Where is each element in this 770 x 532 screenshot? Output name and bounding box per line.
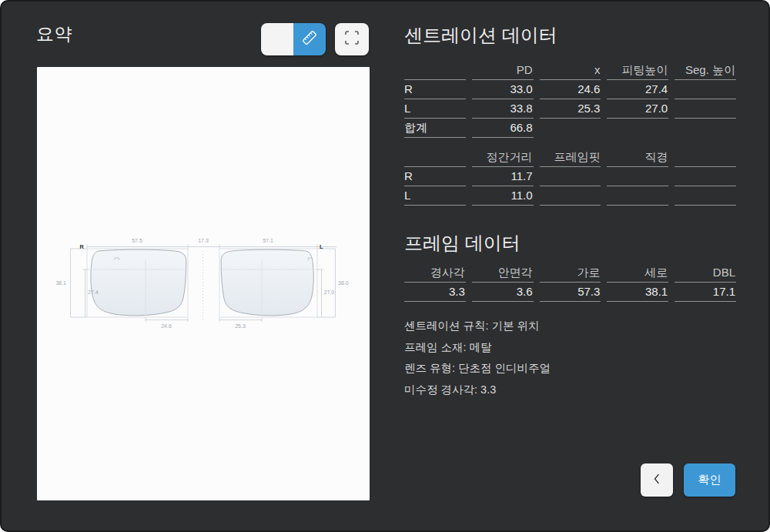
col-header-diameter: 직경 <box>607 150 668 167</box>
right-lens-label: R <box>80 243 85 250</box>
pd-r: 33.0 <box>472 80 534 99</box>
frame-fit-r <box>540 167 601 186</box>
col-header-x: x <box>540 63 601 80</box>
centration-table: PD x 피팅높이 Seg. 높이 R 33.0 24.6 27.4 L 33.… <box>404 63 736 138</box>
toggle-measure-view[interactable] <box>293 23 326 55</box>
col-header-dbl: DBL <box>675 266 736 283</box>
col-header-height: 세로 <box>607 266 668 283</box>
info-notes: 센트레이션 규칙: 기본 위치 프레임 소재: 메탈 렌즈 유형: 단초점 인디… <box>404 316 551 401</box>
fullscreen-button[interactable] <box>335 23 369 55</box>
ruler-icon <box>300 28 319 50</box>
left-lens-height-value: 38.0 <box>338 280 349 286</box>
toggle-plain-view[interactable] <box>261 23 293 55</box>
col-header <box>404 150 466 167</box>
chevron-left-icon <box>648 469 666 492</box>
pd-total: 66.8 <box>472 119 534 138</box>
col-header-seg-height: Seg. 높이 <box>675 63 736 80</box>
fitting-height-r: 27.4 <box>607 80 668 99</box>
vertex-distance-l: 11.0 <box>472 186 534 206</box>
col-header-frame-fit: 프레임핏 <box>540 150 601 167</box>
frame-width-value: 57.3 <box>540 283 601 302</box>
summary-dialog: 요약 <box>0 0 770 532</box>
vertex-distance-r: 11.7 <box>472 167 534 186</box>
distance-table: 정간거리 프레임핏 직경 R 11.7 L 11.0 <box>404 150 736 206</box>
page-title: 요약 <box>36 22 72 46</box>
left-lens-width-value: 57.1 <box>263 238 273 243</box>
seg-height-r <box>675 80 736 99</box>
right-lens-width-value: 57.5 <box>132 238 142 243</box>
x-l: 25.3 <box>540 99 601 119</box>
bridge-width-value: 17.3 <box>198 238 209 243</box>
row-label-total: 합계 <box>404 119 466 138</box>
diameter-l <box>607 186 668 206</box>
view-toggle[interactable] <box>261 23 326 55</box>
uncorrected-angle-note: 미수정 경사각: 3.3 <box>404 380 551 396</box>
row-label-r: R <box>404 167 466 186</box>
pd-l: 33.8 <box>472 99 534 119</box>
centration-rule-note: 센트레이션 규칙: 기본 위치 <box>404 316 551 333</box>
lens-preview-panel: R L 57.5 17.3 57.1 38.1 27.4 27.0 38.0 2… <box>37 67 370 500</box>
row-label-l: L <box>404 186 466 206</box>
left-fitting-height-value: 27.0 <box>324 289 335 295</box>
confirm-button[interactable]: 확인 <box>684 463 735 497</box>
left-x-value: 25.3 <box>235 323 246 329</box>
seg-height-l <box>675 99 736 119</box>
lens-type-note: 렌즈 유형: 단초점 인디비주얼 <box>404 359 551 375</box>
fitting-height-l: 27.0 <box>607 99 668 119</box>
col-header-vertex-distance: 정간거리 <box>472 150 534 167</box>
col-header-blank <box>675 150 736 167</box>
left-lens-label: L <box>320 243 323 250</box>
frame-table: 경사각 안면각 가로 세로 DBL 3.3 3.6 57.3 38.1 17.1 <box>404 266 736 302</box>
frame-height-value: 38.1 <box>607 283 668 302</box>
right-x-value: 24.6 <box>161 323 172 329</box>
face-form-angle-value: 3.6 <box>472 283 534 302</box>
frame-heading: 프레임 데이터 <box>404 231 521 256</box>
expand-icon <box>343 28 361 50</box>
dbl-value: 17.1 <box>675 283 736 302</box>
col-header-pd: PD <box>472 63 534 80</box>
pantoscopic-angle-value: 3.3 <box>404 283 466 302</box>
back-button[interactable] <box>641 463 673 497</box>
col-header <box>404 63 466 80</box>
x-r: 24.6 <box>540 80 601 99</box>
row-label-r: R <box>404 80 466 99</box>
col-header-face-form-angle: 안면각 <box>472 266 534 283</box>
frame-fit-l <box>540 186 601 206</box>
row-label-l: L <box>404 99 466 119</box>
right-lens-height-value: 38.1 <box>55 280 66 286</box>
col-header-width: 가로 <box>540 266 601 283</box>
lens-diagram: R L 57.5 17.3 57.1 38.1 27.4 27.0 38.0 2… <box>37 67 370 500</box>
col-header-fitting-height: 피팅높이 <box>607 63 668 80</box>
centration-heading: 센트레이션 데이터 <box>404 23 557 48</box>
right-fitting-height-value: 27.4 <box>88 289 99 295</box>
frame-material-note: 프레임 소재: 메탈 <box>404 338 551 354</box>
col-header-pantoscopic-angle: 경사각 <box>404 266 466 283</box>
diameter-r <box>607 167 668 186</box>
